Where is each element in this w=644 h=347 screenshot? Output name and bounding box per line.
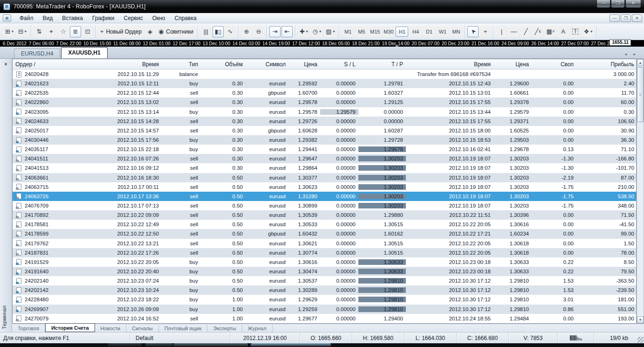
timeframe-m1-button[interactable]: M1 [342,27,354,37]
column-header-sl[interactable]: S / L [320,61,358,68]
column-header-time2[interactable]: Время [406,61,493,68]
expert-advisors-button[interactable]: ◉Советники [157,26,195,37]
scroll-down-icon[interactable]: ▼ [637,316,644,323]
timeframe-m30-button[interactable]: M30 [382,27,395,37]
periods-button[interactable]: ◷▾ [311,26,323,37]
panel-close-icon[interactable]: x [2,61,9,67]
templates-button[interactable]: ▨▾ [324,26,336,37]
profiles-button[interactable]: ⊟▾ [16,26,28,37]
menu-item-4[interactable]: Сервис [119,14,148,22]
taskbar-app-icon[interactable] [251,343,331,347]
terminal-tab-5[interactable]: Эксперты [207,325,242,332]
table-row[interactable]: 240636612012.10.16 18:30sell0.50eurusd1.… [13,173,636,182]
table-row[interactable]: 242021402012.10.23 07:24buy0.50eurusd1.3… [13,276,636,285]
table-row[interactable]: 240637262012.10.17 13:36sell0.50eurusd1.… [13,192,636,201]
terminal-tab-6[interactable]: Журнал [242,325,273,332]
table-row[interactable]: 240415112012.10.16 07:26sell0.30eurusd1.… [13,154,636,163]
column-header-price1[interactable]: Цена [288,61,320,68]
table-row[interactable]: 240228602012.10.15 13:02sell0.30eurusd1.… [13,97,636,107]
terminal-tab-1[interactable]: История Счета [45,323,95,332]
table-row[interactable]: 242700792012.10.24 16:52sell1.00eurusd1.… [13,314,636,323]
column-header-symbol[interactable]: Символ [246,61,288,68]
table-row[interactable]: 241785992012.10.22 12:50sell0.50gbpusd1.… [13,229,636,238]
status-profile[interactable]: Default [130,333,230,343]
column-header-price2[interactable]: Цена [493,61,532,68]
chart-tab-xauusd-h1[interactable]: XAUUSD,H1 [61,47,107,58]
column-header-id[interactable]: Ордер / [13,61,67,68]
table-row[interactable]: 241797622012.10.22 13:21sell0.50eurusd1.… [13,239,636,248]
table-row[interactable]: 242284802012.10.23 18:22buy1.00eurusd1.2… [13,295,636,304]
crosshair-button[interactable]: + [480,26,491,37]
table-row[interactable]: 240304462012.10.15 17:56buy0.30eurusd1.2… [13,135,636,145]
table-row[interactable]: 240637152012.10.17 00:11sell0.50eurusd1.… [13,182,636,192]
line-chart-button[interactable]: ∿ [225,26,236,37]
terminal-button[interactable]: ≣ [70,26,81,37]
mdi-restore-button[interactable]: ❐ [621,14,631,22]
title-bar[interactable]: B 700095: MetaTrader 4 - RoboForex - [XA… [0,0,644,13]
terminal-tab-4[interactable]: Почтовый ящик [159,325,207,332]
menu-item-1[interactable]: Вид [38,14,58,22]
close-button[interactable]: ✕ [625,0,641,8]
table-row[interactable]: 242699072012.10.26 09:09buy1.00eurusd1.2… [13,305,636,314]
trendline-button[interactable]: ╱ [520,26,531,37]
chart-shift-button[interactable]: ⇤ [281,26,293,37]
table-row[interactable]: 240250172012.10.15 14:57sell0.30gbpusd1.… [13,126,636,135]
table-row[interactable]: 240204282012.10.15 11:29balanceTransfer … [13,69,636,79]
scrollbar-thumb[interactable]: ≡ [637,67,644,122]
new-chart-button[interactable]: ⊞▾ [3,26,15,37]
mdi-minimize-button[interactable]: — [610,14,620,22]
column-header-swap[interactable]: Своп [532,61,576,68]
zoom-in-button[interactable]: ⊕ [241,26,252,37]
tab-scroll-arrows[interactable]: ◂ ▸ [624,52,638,56]
column-header-tp[interactable]: T / P [358,61,406,68]
market-watch-button[interactable]: ⇅ [34,26,45,37]
new-order-button[interactable]: +Новый Ордер [98,26,144,37]
auto-scroll-button[interactable]: ⇥ [269,26,281,37]
navigator-button[interactable]: ☆ [58,26,69,37]
chart-time-axis[interactable]: 6 Dec 20127 Dec 06:007 Dec 22:0010 Dec 1… [0,40,644,47]
timeframe-h4-button[interactable]: H4 [409,27,422,37]
table-row[interactable]: 240351172012.10.15 22:18buy0.30eurusd1.2… [13,145,636,154]
table-row[interactable]: 242021422012.10.23 10:24buy0.50eurusd1.3… [13,285,636,295]
arrows-button[interactable]: ❖▾ [582,26,595,37]
terminal-tab-0[interactable]: Торговля [12,325,45,332]
timeframe-d1-button[interactable]: D1 [423,27,435,37]
table-row[interactable]: 240230952012.10.15 13:14buy0.30eurusd1.2… [13,107,636,117]
timeframe-w1-button[interactable]: W1 [436,27,449,37]
cursor-button[interactable]: ➤ [467,26,479,37]
menu-item-2[interactable]: Вставка [57,14,88,22]
chart-tab-eurusd-h4[interactable]: EURUSD,H4 [14,49,60,58]
table-row[interactable]: 240246332012.10.15 14:28sell0.30eurusd1.… [13,117,636,126]
candlestick-chart-button[interactable]: ▮▯ [212,26,224,37]
maximize-button[interactable]: ❐ [611,0,625,8]
table-row[interactable]: 240415132012.10.16 09:12sell0.30eurusd1.… [13,163,636,173]
strategy-tester-button[interactable]: ⊡ [82,26,93,37]
menu-item-6[interactable]: Справка [170,14,201,22]
metaeditor-button[interactable]: ◈ [144,26,156,37]
timeframe-m15-button[interactable]: M15 [369,27,381,37]
zoom-out-button[interactable]: ⊖ [253,26,264,37]
timeframe-m5-button[interactable]: M5 [355,27,368,37]
column-header-type[interactable]: Тип [162,61,201,68]
vertical-line-button[interactable]: | [496,26,507,37]
column-header-time1[interactable]: Время [67,61,162,68]
column-header-profit[interactable]: Прибыль [576,61,637,68]
menu-item-5[interactable]: Окно [148,14,170,22]
table-row[interactable]: 240216232012.10.15 12:11buy0.30eurusd1.2… [13,79,636,88]
text-label-button[interactable]: T [570,26,581,37]
bar-chart-button[interactable]: ||| [200,26,212,37]
table-row[interactable]: 241878312012.10.22 17:26sell0.50eurusd1.… [13,248,636,257]
windows-taskbar[interactable] [0,343,644,347]
equidistant-channel-button[interactable]: ╱E [532,26,543,37]
data-window-button[interactable]: ⌖ [46,26,57,37]
horizontal-line-button[interactable]: — [508,26,519,37]
taskbar-app-icon[interactable] [145,343,172,347]
resize-grip-icon[interactable] [637,337,644,343]
scroll-up-icon[interactable]: ▲ [637,59,644,66]
terminal-tab-3[interactable]: Сигналы [126,325,159,332]
timeframe-mn-button[interactable]: MN [450,27,462,37]
text-button[interactable]: A [558,26,569,37]
table-row[interactable]: 241915292012.10.22 20:05buy0.50eurusd1.3… [13,257,636,267]
column-header-volume[interactable]: Объём [201,61,246,68]
table-row[interactable]: 241708922012.10.22 09:09sell0.50eurusd1.… [13,210,636,220]
